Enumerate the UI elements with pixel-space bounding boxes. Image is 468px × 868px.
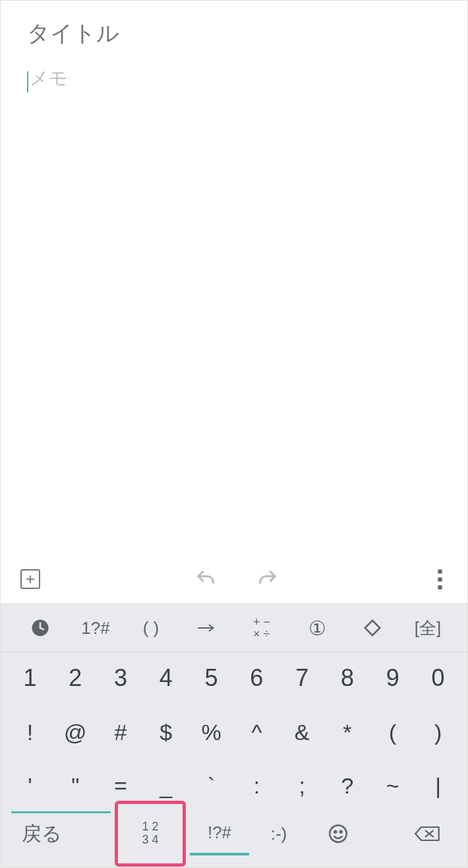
special-chars-key[interactable]: !?# [190,812,249,855]
spacer [368,812,397,855]
redo-icon[interactable] [256,568,279,590]
key-exclaim[interactable]: ! [7,720,52,745]
key-pipe[interactable]: | [416,773,461,799]
key-star[interactable]: * [325,720,370,745]
key-colon[interactable]: : [234,773,279,799]
svg-point-1 [330,825,347,842]
number-layout-line1: 1 2 [142,821,158,834]
back-key[interactable]: 戻る [11,811,111,855]
number-layout-line2: 3 4 [142,834,158,847]
memo-placeholder: メモ [30,68,68,88]
key-amp[interactable]: & [279,720,324,745]
number-layout-key[interactable]: 1 2 3 4 [115,801,186,867]
keyboard: 1?# ( ) + −× ÷ ① [全] 1 2 3 4 5 6 7 8 9 0… [1,604,467,867]
key-5[interactable]: 5 [189,664,234,692]
add-icon[interactable]: + [20,569,40,589]
key-dollar[interactable]: $ [144,720,189,745]
circled-one-icon[interactable]: ① [297,617,337,640]
key-3[interactable]: 3 [98,664,143,692]
key-9[interactable]: 9 [370,664,415,692]
key-rparen[interactable]: ) [416,720,461,745]
keyboard-bottom-row: 戻る 1 2 3 4 !?# :-) [1,811,467,867]
key-0[interactable]: 0 [416,664,461,692]
svg-point-2 [334,831,336,833]
keyboard-row-1: 1 2 3 4 5 6 7 8 9 0 [7,664,461,692]
backspace-icon[interactable] [397,812,457,855]
editor-toolbar: + [1,557,467,604]
key-percent[interactable]: % [189,720,234,745]
key-backtick[interactable]: ` [189,773,234,799]
title-input[interactable] [27,20,441,46]
svg-point-3 [340,831,342,833]
key-semi[interactable]: ; [279,773,324,799]
suggestion-bar: 1?# ( ) + −× ÷ ① [全] [1,604,467,652]
suggestion-parens[interactable]: ( ) [131,618,171,638]
math-ops-icon[interactable]: + −× ÷ [242,616,281,640]
note-editor: メモ [1,1,467,557]
emoji-icon[interactable] [308,812,368,855]
clock-icon[interactable] [20,618,60,638]
smiley-text-key[interactable]: :-) [249,812,308,855]
text-cursor [27,71,28,92]
key-lparen[interactable]: ( [370,720,415,745]
key-under[interactable]: _ [144,773,189,799]
key-eq[interactable]: = [98,773,143,799]
key-tilde[interactable]: ~ [370,773,415,799]
suggestion-symbols[interactable]: 1?# [76,618,115,638]
more-menu-icon[interactable] [432,569,448,590]
key-caret[interactable]: ^ [234,720,279,745]
key-4[interactable]: 4 [144,664,189,692]
key-dquote[interactable]: " [53,773,98,799]
key-8[interactable]: 8 [325,664,370,692]
memo-input-wrapper[interactable]: メモ [27,66,441,92]
keyboard-row-2: ! @ # $ % ^ & * ( ) [7,720,461,745]
key-1[interactable]: 1 [7,664,52,692]
key-6[interactable]: 6 [234,664,279,692]
key-question[interactable]: ? [325,773,370,799]
key-7[interactable]: 7 [279,664,324,692]
key-2[interactable]: 2 [53,664,98,692]
key-squote[interactable]: ' [7,773,52,799]
keyboard-row-3: ' " = _ ` : ; ? ~ | [7,773,461,799]
suggestion-fullwidth[interactable]: [全] [408,617,448,640]
key-hash[interactable]: # [98,720,143,745]
arrow-icon[interactable] [187,618,226,638]
key-at[interactable]: @ [53,720,98,745]
undo-icon[interactable] [194,568,217,590]
diamond-icon[interactable] [353,618,392,638]
keyboard-rows: 1 2 3 4 5 6 7 8 9 0 ! @ # $ % ^ & * ( ) … [1,652,467,799]
